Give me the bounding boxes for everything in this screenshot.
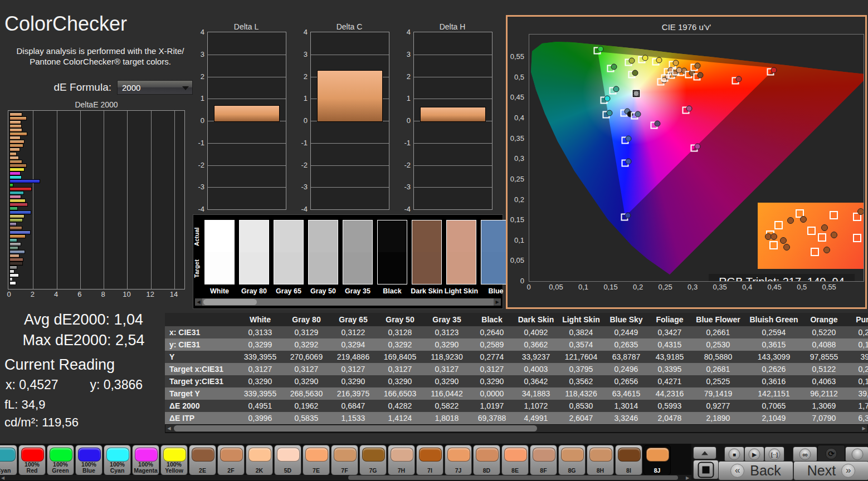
- inset-measured-point: [787, 217, 794, 224]
- patch-actual: [205, 220, 234, 252]
- toolbar-patch-button[interactable]: 100% Green: [47, 445, 74, 475]
- inset-measured-point: [800, 216, 807, 223]
- blank-button[interactable]: [845, 446, 868, 462]
- deltae2000-chart: [8, 110, 185, 289]
- table-cell: 0,2635: [604, 338, 648, 351]
- table-cell: 0,189: [846, 338, 868, 351]
- x-tick-label: 0,5: [797, 283, 807, 291]
- patch-toolbar: Cyan100% Red100% Green100% Blue100% Cyan…: [0, 444, 691, 481]
- table-row: ΔE ITP0,39960,58351,15331,41241,801869,3…: [165, 412, 868, 424]
- patch-color-chip: [0, 448, 16, 462]
- next-button[interactable]: Next »: [793, 461, 868, 480]
- measured-point: [598, 46, 604, 52]
- table-cell: 69,3788: [470, 412, 514, 424]
- table-cell: 1,3069: [802, 400, 846, 412]
- scroll-left-icon[interactable]: ◀: [0, 475, 6, 480]
- toolbar-patch-button[interactable]: 7I: [416, 445, 443, 475]
- table-cell: 0,3662: [514, 338, 558, 351]
- table-row: x: CIE310,31330,31290,31220,31280,31230,…: [165, 326, 868, 338]
- toolbar-patch-button[interactable]: 7J: [445, 445, 472, 475]
- toolbar-patch-button[interactable]: 100% Blue: [75, 445, 103, 475]
- patch-actual: [343, 220, 372, 252]
- de-bar: [9, 210, 31, 214]
- table-cell: 0,5220: [802, 326, 846, 338]
- toolbar-patch-button[interactable]: 7E: [303, 445, 330, 475]
- loop-button[interactable]: ∞: [793, 446, 817, 462]
- toolbar-patch-button[interactable]: 7G: [359, 445, 387, 475]
- table-cell: 0,3133: [237, 326, 283, 338]
- patch-color-chip: [447, 448, 470, 462]
- measured-point: [607, 110, 613, 116]
- patch-color-chip: [78, 448, 101, 462]
- y-tick-label: 0: [192, 116, 204, 125]
- toolbar-patch-button[interactable]: 100% Cyan: [104, 445, 131, 475]
- inset-target-square: [818, 233, 826, 242]
- scroll-right-icon[interactable]: ▶: [860, 425, 867, 432]
- y-tick-label: -4: [295, 205, 308, 213]
- column-header: Dark Skin: [514, 313, 558, 326]
- toolbar-patch-button[interactable]: 8E: [501, 445, 529, 475]
- toolbar-patch-button[interactable]: 2E: [189, 445, 216, 475]
- table-scrollbar-thumb[interactable]: [174, 425, 537, 431]
- big-stop-button[interactable]: [693, 460, 719, 479]
- table-scrollbar[interactable]: ◀ ▶: [165, 425, 867, 432]
- toolbar-patch-button[interactable]: 8G: [558, 445, 586, 475]
- collapse-up-button[interactable]: [693, 446, 716, 459]
- current-cd: cd/m²: 119,56: [4, 415, 79, 430]
- measured-point: [695, 63, 701, 69]
- toolbar-patch-button[interactable]: 5D: [274, 445, 301, 475]
- toolbar-patch-button[interactable]: 7F: [331, 445, 358, 475]
- table-cell: 63,8787: [604, 351, 648, 363]
- table-cell: 0,4282: [377, 400, 423, 412]
- toolbar-patch-button[interactable]: 100% Yellow: [160, 445, 188, 475]
- toolbar-patch-button[interactable]: 7H: [388, 445, 415, 475]
- toolbar-patch-button[interactable]: 8H: [587, 445, 614, 475]
- patch-color-chip: [305, 448, 328, 462]
- table-cell: 63,4615: [604, 387, 648, 400]
- series-button[interactable]: [··]: [764, 446, 784, 462]
- back-button[interactable]: « Back: [718, 461, 793, 480]
- scroll-left-icon[interactable]: ◀: [195, 298, 202, 306]
- toolbar-patch-button[interactable]: 8I: [615, 445, 642, 475]
- toolbar-patch-button[interactable]: 2F: [217, 445, 245, 475]
- play-button[interactable]: ▶: [744, 446, 764, 462]
- patch-color-chip: [533, 448, 555, 462]
- measurement-controls: ■ ▶ [··] ∞ ⟳ « Back Next »: [691, 444, 868, 481]
- table-cell: 142,1151: [745, 387, 802, 400]
- toolbar-scrollbar-thumb[interactable]: [348, 475, 678, 480]
- inset-measured-point: [831, 232, 837, 238]
- inset-target-square: [830, 211, 838, 219]
- table-cell: 44,2316: [648, 387, 691, 400]
- y-tick-label: -2: [192, 161, 204, 169]
- patch-label: Gray 80: [236, 287, 272, 295]
- y-tick-label: 0,1: [514, 235, 524, 244]
- table-cell: 118,4326: [558, 387, 604, 400]
- y-tick-label: -3: [192, 183, 204, 191]
- x-tick-label: 0,15: [603, 283, 617, 291]
- patch-color-chip: [192, 448, 214, 462]
- swatch-scrollbar-thumb[interactable]: [203, 299, 257, 305]
- delta-l-title: Delta L: [207, 22, 285, 31]
- toolbar-patch-button[interactable]: 8J: [643, 445, 671, 475]
- scroll-right-icon[interactable]: ▶: [494, 298, 501, 306]
- toolbar-patch-button[interactable]: 8F: [530, 445, 557, 475]
- gridline: [57, 111, 57, 289]
- table-cell: 0,4092: [514, 326, 558, 338]
- toolbar-patch-button[interactable]: 100% Red: [18, 445, 46, 475]
- toolbar-scrollbar[interactable]: ◀ ▶: [0, 475, 691, 480]
- delta-bar: [317, 70, 383, 122]
- toolbar-patch-button[interactable]: 2K: [246, 445, 273, 475]
- stop-button[interactable]: ■: [724, 446, 744, 462]
- scroll-left-icon[interactable]: ◀: [165, 425, 173, 432]
- chevron-left-icon: «: [730, 464, 744, 478]
- toolbar-patch-button[interactable]: 100% Magenta: [132, 445, 159, 475]
- refresh-button[interactable]: ⟳: [817, 445, 845, 462]
- table-row: Target y:CIE310,32900,32900,32900,32900,…: [165, 375, 868, 387]
- y-tick-label: 4: [398, 28, 411, 36]
- swatch-scrollbar[interactable]: ◀ ▶: [195, 298, 501, 306]
- toolbar-patch-button[interactable]: Cyan: [0, 445, 17, 475]
- de-formula-dropdown[interactable]: 2000: [117, 80, 193, 95]
- toolbar-patch-button[interactable]: 8D: [473, 445, 500, 475]
- x-tick-label: 10: [123, 290, 130, 298]
- scroll-right-icon[interactable]: ▶: [685, 475, 690, 480]
